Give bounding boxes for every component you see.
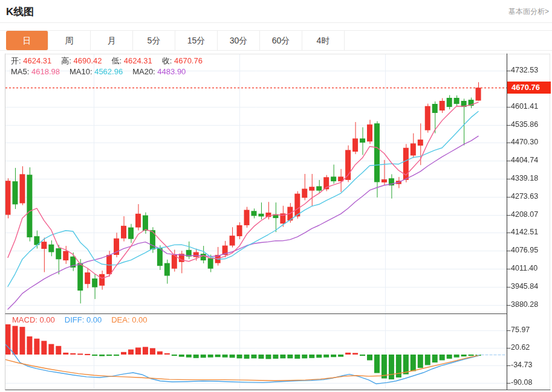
info-label: 低: [111, 56, 123, 65]
kline-page: K线图 基本面分析> 日周月5分15分30分60分4时 开: 4624.31高:… [0, 0, 552, 392]
y-axis-tick-label: 4142.51 [511, 228, 538, 236]
y-axis-tick-label: 3945.84 [511, 282, 538, 291]
y-axis-tick-label: 3880.28 [511, 300, 538, 309]
tab-period-7[interactable]: 4时 [302, 31, 345, 50]
ohlc-info-row: 开: 4624.31高: 4690.42低: 4624.31收: 4670.76 [11, 56, 212, 66]
info-label: 高: [61, 56, 73, 65]
page-header: K线图 基本面分析> [0, 0, 552, 23]
info-label: MA10: [70, 67, 94, 76]
y-axis-tick-label: 4732.53 [511, 66, 538, 74]
info-label: MA5: [11, 67, 31, 76]
info-item: 开: 4624.31 [11, 56, 51, 65]
info-value: 0.00 [40, 315, 55, 324]
current-price-label: 4670.76 [507, 82, 551, 94]
y-axis-tick-label: 4339.18 [511, 174, 538, 182]
info-label: 开: [11, 56, 23, 65]
y-axis-tick-label: 4011.40 [511, 264, 537, 272]
info-item: 低: 4624.31 [111, 56, 152, 65]
y-axis-tick-label: 4076.95 [511, 246, 538, 254]
tab-period-1[interactable]: 周 [48, 31, 91, 50]
info-label: MACD: [12, 315, 40, 324]
info-item: DIFF: 0.00 [65, 315, 102, 324]
info-value: 4562.96 [94, 67, 123, 76]
macd-info-row: MACD: 0.00DIFF: 0.00DEA: 0.00 [12, 315, 157, 324]
tab-period-4[interactable]: 15分 [175, 31, 218, 50]
info-label: DEA: [111, 315, 132, 324]
info-item: MA10: 4562.96 [70, 67, 123, 76]
info-value: 0.00 [132, 315, 147, 324]
macd-axis-tick-label: -90.08 [511, 378, 532, 387]
y-axis-tick-label: 4404.74 [511, 156, 538, 164]
info-item: MA20: 4483.90 [132, 67, 186, 76]
y-axis-tick-label: 4273.63 [511, 192, 538, 201]
fundamental-analysis-link[interactable]: 基本面分析> [508, 7, 549, 17]
info-value: 4618.98 [31, 67, 60, 76]
y-axis-tick-label: 4208.07 [511, 210, 538, 219]
tab-period-5[interactable]: 30分 [218, 31, 260, 50]
info-item: 高: 4690.42 [61, 56, 102, 65]
info-label: MA20: [132, 67, 157, 76]
macd-axis-tick-label: -34.73 [511, 361, 532, 369]
info-item: MACD: 0.00 [12, 315, 55, 324]
tab-period-0[interactable]: 日 [6, 31, 48, 50]
tab-period-2[interactable]: 月 [91, 31, 133, 50]
info-value: 4483.90 [157, 67, 186, 76]
info-item: 收: 4670.76 [162, 56, 203, 65]
info-label: 收: [162, 56, 174, 65]
y-axis-tick-label: 4535.86 [511, 120, 538, 129]
info-value: 4624.31 [124, 56, 152, 65]
period-tab-bar: 日周月5分15分30分60分4时 [0, 30, 552, 51]
y-axis-tick-label: 4601.41 [511, 102, 538, 111]
y-axis-tick-label: 4470.30 [511, 138, 538, 146]
macd-axis-tick-label: 75.97 [511, 326, 530, 334]
info-item: MA5: 4618.98 [11, 67, 60, 76]
macd-axis-tick-label: 20.62 [511, 343, 530, 352]
ma-info-row: MA5: 4618.98MA10: 4562.96MA20: 4483.90 [11, 67, 195, 76]
info-item: DEA: 0.00 [111, 315, 147, 324]
info-value: 0.00 [86, 315, 102, 324]
page-title: K线图 [6, 5, 34, 19]
tab-period-3[interactable]: 5分 [133, 31, 175, 50]
info-value: 4624.31 [23, 56, 51, 65]
info-value: 4670.76 [174, 56, 203, 65]
info-label: DIFF: [65, 315, 86, 324]
tab-period-6[interactable]: 60分 [260, 31, 302, 50]
info-value: 4690.42 [73, 56, 102, 65]
